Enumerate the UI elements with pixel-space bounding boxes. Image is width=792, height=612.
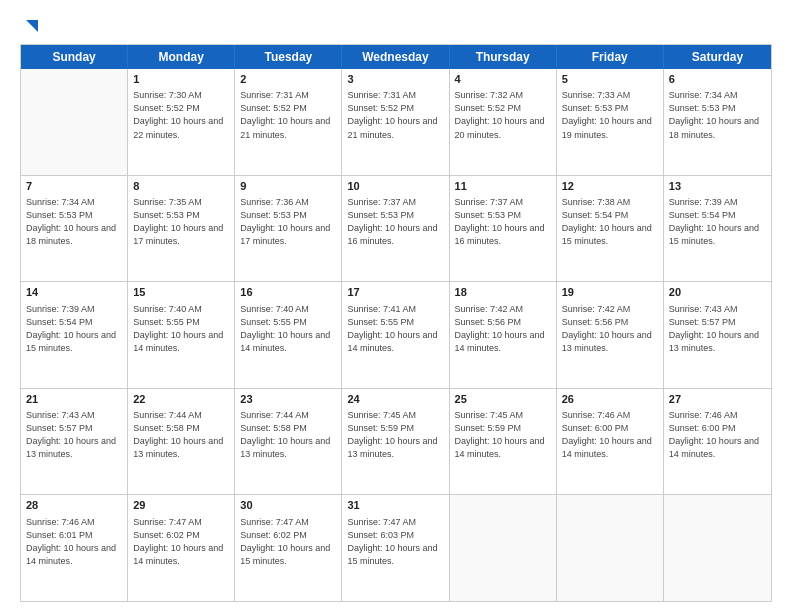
cell-info: Sunrise: 7:47 AM Sunset: 6:02 PM Dayligh… <box>133 516 229 568</box>
calendar-cell: 4Sunrise: 7:32 AM Sunset: 5:52 PM Daylig… <box>450 69 557 175</box>
page: SundayMondayTuesdayWednesdayThursdayFrid… <box>0 0 792 612</box>
day-number: 26 <box>562 392 658 407</box>
calendar-cell: 22Sunrise: 7:44 AM Sunset: 5:58 PM Dayli… <box>128 389 235 495</box>
cell-info: Sunrise: 7:40 AM Sunset: 5:55 PM Dayligh… <box>240 303 336 355</box>
cell-info: Sunrise: 7:31 AM Sunset: 5:52 PM Dayligh… <box>240 89 336 141</box>
day-number: 31 <box>347 498 443 513</box>
day-number: 19 <box>562 285 658 300</box>
day-number: 30 <box>240 498 336 513</box>
day-number: 11 <box>455 179 551 194</box>
calendar-row: 7Sunrise: 7:34 AM Sunset: 5:53 PM Daylig… <box>21 175 771 282</box>
day-number: 16 <box>240 285 336 300</box>
svg-marker-0 <box>26 20 38 32</box>
calendar-cell: 6Sunrise: 7:34 AM Sunset: 5:53 PM Daylig… <box>664 69 771 175</box>
header-day-tuesday: Tuesday <box>235 45 342 69</box>
calendar-cell: 21Sunrise: 7:43 AM Sunset: 5:57 PM Dayli… <box>21 389 128 495</box>
calendar-row: 1Sunrise: 7:30 AM Sunset: 5:52 PM Daylig… <box>21 69 771 175</box>
cell-info: Sunrise: 7:39 AM Sunset: 5:54 PM Dayligh… <box>669 196 766 248</box>
calendar-cell: 15Sunrise: 7:40 AM Sunset: 5:55 PM Dayli… <box>128 282 235 388</box>
calendar-cell <box>450 495 557 601</box>
day-number: 25 <box>455 392 551 407</box>
calendar-cell: 3Sunrise: 7:31 AM Sunset: 5:52 PM Daylig… <box>342 69 449 175</box>
cell-info: Sunrise: 7:45 AM Sunset: 5:59 PM Dayligh… <box>347 409 443 461</box>
cell-info: Sunrise: 7:42 AM Sunset: 5:56 PM Dayligh… <box>562 303 658 355</box>
calendar-cell: 18Sunrise: 7:42 AM Sunset: 5:56 PM Dayli… <box>450 282 557 388</box>
calendar-cell: 28Sunrise: 7:46 AM Sunset: 6:01 PM Dayli… <box>21 495 128 601</box>
logo <box>20 18 40 34</box>
cell-info: Sunrise: 7:43 AM Sunset: 5:57 PM Dayligh… <box>26 409 122 461</box>
calendar-cell: 31Sunrise: 7:47 AM Sunset: 6:03 PM Dayli… <box>342 495 449 601</box>
day-number: 12 <box>562 179 658 194</box>
day-number: 27 <box>669 392 766 407</box>
cell-info: Sunrise: 7:45 AM Sunset: 5:59 PM Dayligh… <box>455 409 551 461</box>
day-number: 10 <box>347 179 443 194</box>
cell-info: Sunrise: 7:30 AM Sunset: 5:52 PM Dayligh… <box>133 89 229 141</box>
calendar-cell: 14Sunrise: 7:39 AM Sunset: 5:54 PM Dayli… <box>21 282 128 388</box>
calendar-header: SundayMondayTuesdayWednesdayThursdayFrid… <box>21 45 771 69</box>
calendar-cell: 23Sunrise: 7:44 AM Sunset: 5:58 PM Dayli… <box>235 389 342 495</box>
calendar-cell: 16Sunrise: 7:40 AM Sunset: 5:55 PM Dayli… <box>235 282 342 388</box>
day-number: 13 <box>669 179 766 194</box>
calendar-cell: 19Sunrise: 7:42 AM Sunset: 5:56 PM Dayli… <box>557 282 664 388</box>
calendar-cell: 1Sunrise: 7:30 AM Sunset: 5:52 PM Daylig… <box>128 69 235 175</box>
day-number: 29 <box>133 498 229 513</box>
day-number: 24 <box>347 392 443 407</box>
calendar-row: 14Sunrise: 7:39 AM Sunset: 5:54 PM Dayli… <box>21 281 771 388</box>
calendar: SundayMondayTuesdayWednesdayThursdayFrid… <box>20 44 772 602</box>
calendar-cell <box>21 69 128 175</box>
calendar-cell: 12Sunrise: 7:38 AM Sunset: 5:54 PM Dayli… <box>557 176 664 282</box>
day-number: 28 <box>26 498 122 513</box>
cell-info: Sunrise: 7:34 AM Sunset: 5:53 PM Dayligh… <box>669 89 766 141</box>
cell-info: Sunrise: 7:43 AM Sunset: 5:57 PM Dayligh… <box>669 303 766 355</box>
day-number: 15 <box>133 285 229 300</box>
calendar-cell: 10Sunrise: 7:37 AM Sunset: 5:53 PM Dayli… <box>342 176 449 282</box>
calendar-cell: 30Sunrise: 7:47 AM Sunset: 6:02 PM Dayli… <box>235 495 342 601</box>
header-day-monday: Monday <box>128 45 235 69</box>
day-number: 17 <box>347 285 443 300</box>
cell-info: Sunrise: 7:39 AM Sunset: 5:54 PM Dayligh… <box>26 303 122 355</box>
header-day-thursday: Thursday <box>450 45 557 69</box>
cell-info: Sunrise: 7:44 AM Sunset: 5:58 PM Dayligh… <box>240 409 336 461</box>
cell-info: Sunrise: 7:46 AM Sunset: 6:00 PM Dayligh… <box>669 409 766 461</box>
calendar-cell: 9Sunrise: 7:36 AM Sunset: 5:53 PM Daylig… <box>235 176 342 282</box>
day-number: 5 <box>562 72 658 87</box>
calendar-cell: 20Sunrise: 7:43 AM Sunset: 5:57 PM Dayli… <box>664 282 771 388</box>
day-number: 7 <box>26 179 122 194</box>
header-day-saturday: Saturday <box>664 45 771 69</box>
cell-info: Sunrise: 7:37 AM Sunset: 5:53 PM Dayligh… <box>347 196 443 248</box>
calendar-cell: 25Sunrise: 7:45 AM Sunset: 5:59 PM Dayli… <box>450 389 557 495</box>
cell-info: Sunrise: 7:35 AM Sunset: 5:53 PM Dayligh… <box>133 196 229 248</box>
cell-info: Sunrise: 7:44 AM Sunset: 5:58 PM Dayligh… <box>133 409 229 461</box>
day-number: 9 <box>240 179 336 194</box>
header-day-wednesday: Wednesday <box>342 45 449 69</box>
day-number: 2 <box>240 72 336 87</box>
cell-info: Sunrise: 7:47 AM Sunset: 6:02 PM Dayligh… <box>240 516 336 568</box>
calendar-cell <box>664 495 771 601</box>
day-number: 20 <box>669 285 766 300</box>
calendar-cell: 11Sunrise: 7:37 AM Sunset: 5:53 PM Dayli… <box>450 176 557 282</box>
day-number: 21 <box>26 392 122 407</box>
day-number: 3 <box>347 72 443 87</box>
calendar-row: 21Sunrise: 7:43 AM Sunset: 5:57 PM Dayli… <box>21 388 771 495</box>
calendar-row: 28Sunrise: 7:46 AM Sunset: 6:01 PM Dayli… <box>21 494 771 601</box>
day-number: 6 <box>669 72 766 87</box>
cell-info: Sunrise: 7:42 AM Sunset: 5:56 PM Dayligh… <box>455 303 551 355</box>
cell-info: Sunrise: 7:46 AM Sunset: 6:01 PM Dayligh… <box>26 516 122 568</box>
header-day-sunday: Sunday <box>21 45 128 69</box>
day-number: 23 <box>240 392 336 407</box>
day-number: 22 <box>133 392 229 407</box>
calendar-cell: 5Sunrise: 7:33 AM Sunset: 5:53 PM Daylig… <box>557 69 664 175</box>
header <box>20 18 772 34</box>
calendar-cell: 29Sunrise: 7:47 AM Sunset: 6:02 PM Dayli… <box>128 495 235 601</box>
calendar-cell: 26Sunrise: 7:46 AM Sunset: 6:00 PM Dayli… <box>557 389 664 495</box>
cell-info: Sunrise: 7:33 AM Sunset: 5:53 PM Dayligh… <box>562 89 658 141</box>
cell-info: Sunrise: 7:32 AM Sunset: 5:52 PM Dayligh… <box>455 89 551 141</box>
calendar-cell: 24Sunrise: 7:45 AM Sunset: 5:59 PM Dayli… <box>342 389 449 495</box>
day-number: 8 <box>133 179 229 194</box>
cell-info: Sunrise: 7:31 AM Sunset: 5:52 PM Dayligh… <box>347 89 443 141</box>
cell-info: Sunrise: 7:47 AM Sunset: 6:03 PM Dayligh… <box>347 516 443 568</box>
cell-info: Sunrise: 7:36 AM Sunset: 5:53 PM Dayligh… <box>240 196 336 248</box>
calendar-cell: 27Sunrise: 7:46 AM Sunset: 6:00 PM Dayli… <box>664 389 771 495</box>
header-day-friday: Friday <box>557 45 664 69</box>
cell-info: Sunrise: 7:37 AM Sunset: 5:53 PM Dayligh… <box>455 196 551 248</box>
